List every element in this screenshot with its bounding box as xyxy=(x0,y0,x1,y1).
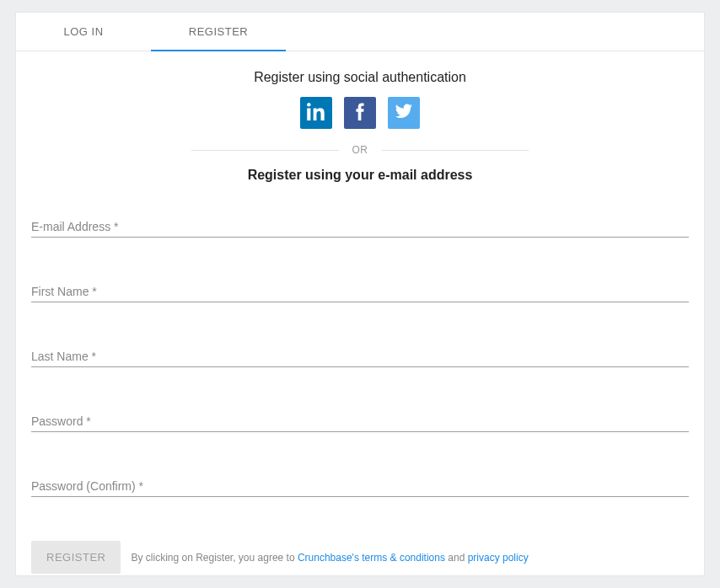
password-field-wrapper xyxy=(31,411,689,432)
or-divider: OR xyxy=(191,144,529,156)
email-field[interactable] xyxy=(31,216,689,238)
privacy-link[interactable]: privacy policy xyxy=(468,552,529,564)
facebook-button[interactable] xyxy=(344,97,376,129)
first-name-field[interactable] xyxy=(31,281,689,302)
first-name-field-wrapper xyxy=(31,281,689,302)
disclaimer-text: By clicking on Register, you agree to Cr… xyxy=(131,552,528,564)
divider-line-left xyxy=(191,150,339,151)
twitter-button[interactable] xyxy=(388,97,420,129)
twitter-icon xyxy=(395,102,413,124)
auth-tabs: LOG IN REGISTER xyxy=(16,13,704,51)
disclaimer-prefix: By clicking on Register, you agree to xyxy=(131,552,297,564)
register-content: Register using social authentication OR xyxy=(16,51,704,576)
password-confirm-field[interactable] xyxy=(31,476,689,497)
register-button[interactable]: REGISTER xyxy=(31,541,121,574)
last-name-field-wrapper xyxy=(31,346,689,367)
form-footer: REGISTER By clicking on Register, you ag… xyxy=(31,541,689,574)
password-confirm-field-wrapper xyxy=(31,476,689,497)
tab-register-label: REGISTER xyxy=(189,25,248,38)
linkedin-button[interactable] xyxy=(300,97,332,129)
tab-login[interactable]: LOG IN xyxy=(16,13,151,51)
facebook-icon xyxy=(351,102,369,124)
tab-register[interactable]: REGISTER xyxy=(151,13,286,51)
social-auth-heading: Register using social authentication xyxy=(31,70,689,85)
disclaimer-mid: and xyxy=(445,552,468,564)
password-field[interactable] xyxy=(31,411,689,432)
tab-login-label: LOG IN xyxy=(63,25,103,38)
last-name-field[interactable] xyxy=(31,346,689,367)
social-buttons-row xyxy=(31,97,689,129)
linkedin-icon xyxy=(307,102,325,124)
terms-link[interactable]: Crunchbase's terms & conditions xyxy=(298,552,445,564)
register-card: LOG IN REGISTER Register using social au… xyxy=(15,12,705,576)
divider-line-right xyxy=(382,150,529,151)
divider-text: OR xyxy=(339,144,382,156)
email-auth-heading: Register using your e-mail address xyxy=(31,168,689,183)
email-field-wrapper xyxy=(31,216,689,238)
register-button-label: REGISTER xyxy=(46,551,105,564)
